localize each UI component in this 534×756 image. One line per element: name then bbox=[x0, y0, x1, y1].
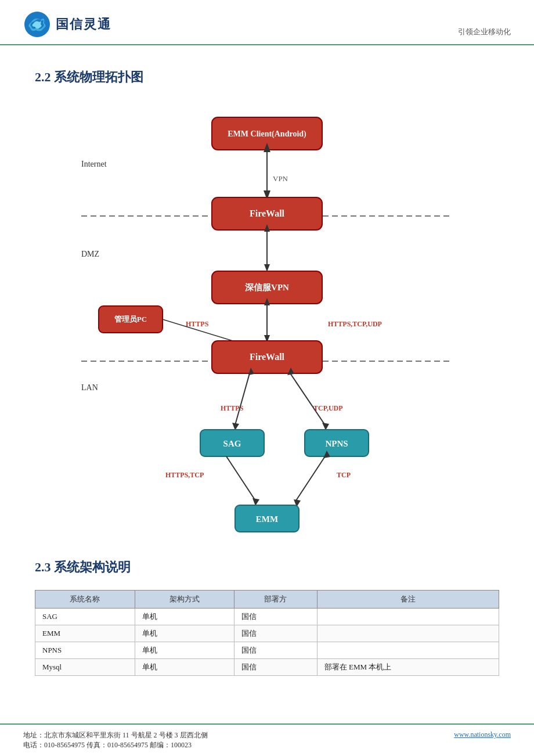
internet-label: Internet bbox=[81, 160, 107, 168]
section-22-heading: 2.2 系统物理拓扑图 bbox=[35, 69, 499, 86]
svg-line-42 bbox=[226, 456, 255, 501]
section-22: 2.2 系统物理拓扑图 Internet EMM Client(Android)… bbox=[35, 69, 499, 541]
page-header: 国信灵通 引领企业移动化 bbox=[0, 0, 534, 45]
table-row: Mysql单机国信部署在 EMM 本机上 bbox=[35, 659, 499, 676]
svg-text:HTTPS,TCP,UDP: HTTPS,TCP,UDP bbox=[328, 320, 382, 328]
table-cell: 国信 bbox=[234, 609, 317, 625]
table-cell: NPNS bbox=[35, 642, 135, 659]
svg-text:HTTPS,TCP: HTTPS,TCP bbox=[165, 471, 204, 479]
section-23-heading: 2.3 系统架构说明 bbox=[35, 559, 499, 576]
table-cell: 单机 bbox=[135, 609, 234, 625]
table-row: EMM单机国信 bbox=[35, 625, 499, 642]
svg-text:DMZ: DMZ bbox=[81, 250, 99, 258]
table-cell: EMM bbox=[35, 625, 135, 642]
svg-text:NPNS: NPNS bbox=[325, 439, 348, 448]
tagline: 引领企业移动化 bbox=[458, 27, 511, 37]
svg-text:TCP: TCP bbox=[337, 471, 351, 479]
table-cell: 部署在 EMM 本机上 bbox=[317, 659, 499, 676]
col-header-arch: 架构方式 bbox=[135, 591, 234, 609]
table-cell: 单机 bbox=[135, 642, 234, 659]
table-cell bbox=[317, 625, 499, 642]
diagram-svg: Internet EMM Client(Android) VPN FireWal… bbox=[64, 100, 470, 541]
logo-area: 国信灵通 bbox=[23, 10, 111, 38]
svg-line-44 bbox=[296, 456, 325, 501]
footer-website-link[interactable]: www.nationsky.com bbox=[454, 730, 511, 739]
footer-contact: 地址：北京市东城区和平里东街 11 号航星 2 号楼 3 层西北侧 电话：010… bbox=[23, 730, 208, 750]
svg-text:VPN: VPN bbox=[273, 174, 288, 183]
page-footer: 地址：北京市东城区和平里东街 11 号航星 2 号楼 3 层西北侧 电话：010… bbox=[0, 723, 534, 756]
table-cell: Mysql bbox=[35, 659, 135, 676]
table-cell: 单机 bbox=[135, 625, 234, 642]
svg-text:FireWall: FireWall bbox=[250, 208, 285, 218]
svg-text:EMM: EMM bbox=[256, 514, 278, 524]
svg-line-30 bbox=[235, 373, 250, 425]
table-cell: 国信 bbox=[234, 642, 317, 659]
table-row: SAG单机国信 bbox=[35, 609, 499, 625]
svg-text:EMM Client(Android): EMM Client(Android) bbox=[228, 129, 306, 139]
table-cell: 国信 bbox=[234, 659, 317, 676]
table-row: NPNS单机国信 bbox=[35, 642, 499, 659]
svg-text:深信服VPN: 深信服VPN bbox=[245, 283, 289, 292]
col-header-system: 系统名称 bbox=[35, 591, 135, 609]
svg-text:SAG: SAG bbox=[223, 439, 241, 448]
svg-text:FireWall: FireWall bbox=[250, 352, 285, 362]
footer-website: www.nationsky.com bbox=[454, 730, 511, 739]
footer-phone: 电话：010-85654975 传真：010-85654975 邮编：10002… bbox=[23, 740, 208, 750]
col-header-deploy: 部署方 bbox=[234, 591, 317, 609]
table-cell bbox=[317, 609, 499, 625]
logo-text: 国信灵通 bbox=[56, 16, 111, 33]
table-cell: 单机 bbox=[135, 659, 234, 676]
footer-address: 地址：北京市东城区和平里东街 11 号航星 2 号楼 3 层西北侧 bbox=[23, 730, 208, 740]
col-header-note: 备注 bbox=[317, 591, 499, 609]
table-cell: 国信 bbox=[234, 625, 317, 642]
svg-text:TCP,UDP: TCP,UDP bbox=[313, 404, 343, 412]
svg-line-33 bbox=[290, 373, 325, 425]
svg-text:HTTPS: HTTPS bbox=[186, 320, 209, 328]
logo-icon bbox=[23, 10, 51, 38]
table-cell bbox=[317, 642, 499, 659]
topology-diagram: Internet EMM Client(Android) VPN FireWal… bbox=[64, 100, 470, 541]
svg-text:LAN: LAN bbox=[81, 383, 98, 392]
arch-table: 系统名称 架构方式 部署方 备注 SAG单机国信EMM单机国信NPNS单机国信M… bbox=[35, 590, 499, 676]
svg-text:管理员PC: 管理员PC bbox=[114, 315, 147, 323]
table-cell: SAG bbox=[35, 609, 135, 625]
main-content: 2.2 系统物理拓扑图 Internet EMM Client(Android)… bbox=[0, 45, 534, 687]
section-23: 2.3 系统架构说明 系统名称 架构方式 部署方 备注 SAG单机国信EMM单机… bbox=[35, 559, 499, 676]
